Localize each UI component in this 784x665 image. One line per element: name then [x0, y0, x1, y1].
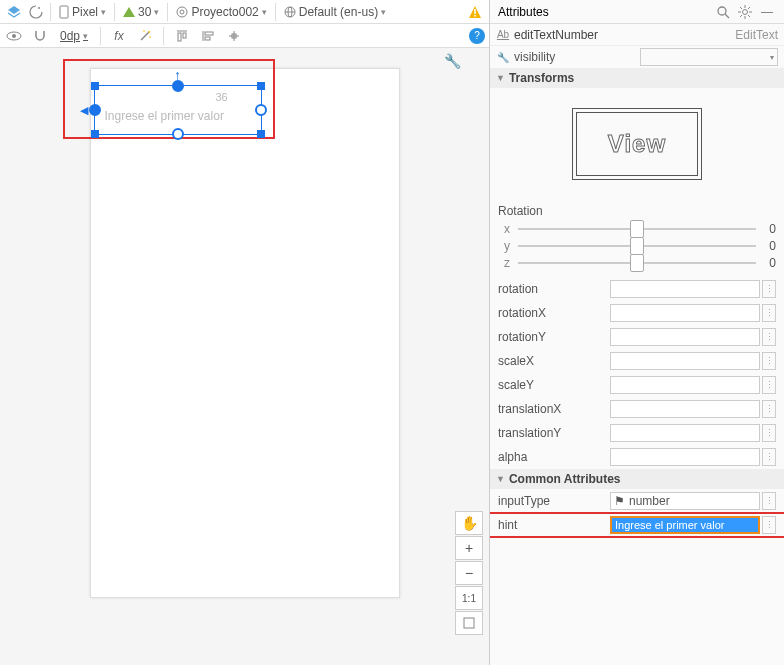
prop-extra-button[interactable]: ⋮ — [762, 304, 776, 322]
chevron-down-icon: ▾ — [101, 7, 106, 17]
axis-x-label: x — [498, 222, 510, 236]
design-canvas[interactable]: 🔧 ↑ ◀ 36 Ingrese el primer valor ✋ + − — [0, 48, 489, 665]
prop-translationx: translationX⋮ — [490, 397, 784, 421]
hint-input[interactable] — [610, 516, 760, 534]
guidelines-icon[interactable] — [224, 26, 244, 46]
chevron-down-icon: ▾ — [262, 7, 267, 17]
locale-label: Default (en-us) — [299, 5, 378, 19]
alpha-input[interactable] — [610, 448, 760, 466]
selected-id: editTextNumber — [514, 28, 735, 42]
svg-line-29 — [725, 14, 729, 18]
resize-handle[interactable] — [257, 82, 265, 90]
pan-button[interactable]: ✋ — [455, 511, 483, 535]
selected-element-row: Ab editTextNumber EditText — [490, 24, 784, 46]
zoom-toolbar: ✋ + − 1:1 — [455, 511, 483, 635]
layers-icon[interactable] — [4, 2, 24, 22]
minimize-icon[interactable]: — — [758, 3, 776, 21]
prop-inputtype: inputType ⚑ number ⋮ — [490, 489, 784, 513]
prop-extra-button[interactable]: ⋮ — [762, 492, 776, 510]
wrench-icon[interactable]: 🔧 — [444, 53, 461, 69]
resize-handle[interactable] — [91, 130, 99, 138]
svg-point-17 — [149, 36, 151, 38]
project-selector[interactable]: Proyecto002 ▾ — [172, 2, 270, 22]
zoom-fit-button[interactable] — [455, 611, 483, 635]
dp-selector[interactable]: 0dp ▾ — [56, 26, 92, 46]
svg-rect-27 — [464, 618, 474, 628]
svg-rect-10 — [474, 9, 476, 14]
resize-handle[interactable] — [91, 82, 99, 90]
constraint-handle[interactable] — [89, 104, 101, 116]
resize-handle[interactable] — [257, 130, 265, 138]
align-top-icon[interactable] — [172, 26, 192, 46]
svg-rect-19 — [178, 33, 181, 41]
prop-extra-button[interactable]: ⋮ — [762, 280, 776, 298]
zoom-out-button[interactable]: − — [455, 561, 483, 585]
transforms-header[interactable]: ▼ Transforms — [490, 68, 784, 88]
warning-icon[interactable] — [465, 2, 485, 22]
top-toolbar: Pixel ▾ 30 ▾ Proyecto002 ▾ Default (en-u… — [0, 0, 489, 24]
common-attributes-title: Common Attributes — [509, 472, 621, 486]
svg-rect-2 — [60, 6, 68, 18]
common-attributes-header[interactable]: ▼ Common Attributes — [490, 469, 784, 489]
prop-extra-button[interactable]: ⋮ — [762, 516, 776, 534]
prop-extra-button[interactable]: ⋮ — [762, 400, 776, 418]
view-preview-text: View — [608, 130, 666, 158]
project-label: Proyecto002 — [191, 5, 258, 19]
constraint-handle[interactable] — [172, 80, 184, 92]
svg-point-28 — [718, 7, 726, 15]
magnet-icon[interactable] — [30, 26, 50, 46]
prop-extra-button[interactable]: ⋮ — [762, 448, 776, 466]
rotation-x-slider[interactable]: x 0 — [498, 222, 776, 236]
rotation-z-slider[interactable]: z 0 — [498, 256, 776, 270]
axis-z-value: 0 — [764, 256, 776, 270]
prop-rotationy: rotationY⋮ — [490, 325, 784, 349]
rotation-input[interactable] — [610, 280, 760, 298]
eye-icon[interactable] — [4, 26, 24, 46]
svg-rect-11 — [474, 15, 476, 17]
rotationx-input[interactable] — [610, 304, 760, 322]
prop-extra-button[interactable]: ⋮ — [762, 352, 776, 370]
svg-point-16 — [143, 30, 145, 32]
svg-marker-3 — [123, 7, 135, 17]
translationx-input[interactable] — [610, 400, 760, 418]
chevron-down-icon: ▾ — [83, 31, 88, 41]
translationy-input[interactable] — [610, 424, 760, 442]
scaley-input[interactable] — [610, 376, 760, 394]
constraint-arrow-left: ◀ — [80, 104, 88, 117]
align-left-icon[interactable] — [198, 26, 218, 46]
device-selector[interactable]: Pixel ▾ — [55, 2, 110, 22]
gear-icon[interactable] — [736, 3, 754, 21]
view-preview-box: View — [572, 108, 702, 180]
constraint-handle[interactable] — [172, 128, 184, 140]
api-selector[interactable]: 30 ▾ — [119, 2, 163, 22]
zoom-in-button[interactable]: + — [455, 536, 483, 560]
prop-extra-button[interactable]: ⋮ — [762, 328, 776, 346]
rotationy-input[interactable] — [610, 328, 760, 346]
search-icon[interactable] — [714, 3, 732, 21]
flag-icon: ⚑ — [614, 494, 625, 508]
prop-scalex: scaleX⋮ — [490, 349, 784, 373]
dimension-label: 36 — [216, 91, 228, 103]
wand-icon[interactable] — [135, 26, 155, 46]
scalex-input[interactable] — [610, 352, 760, 370]
wrench-small-icon: 🔧 — [496, 52, 510, 63]
prop-extra-button[interactable]: ⋮ — [762, 424, 776, 442]
visibility-combo[interactable]: ▾ — [640, 48, 778, 66]
prop-extra-button[interactable]: ⋮ — [762, 376, 776, 394]
fx-icon[interactable]: fx — [109, 26, 129, 46]
svg-line-37 — [740, 15, 742, 17]
svg-point-13 — [12, 34, 16, 38]
rotation-y-slider[interactable]: y 0 — [498, 239, 776, 253]
palette-icon[interactable] — [26, 2, 46, 22]
svg-marker-0 — [8, 6, 20, 14]
zoom-1to1-button[interactable]: 1:1 — [455, 586, 483, 610]
prop-rotation: rotation⋮ — [490, 277, 784, 301]
locale-selector[interactable]: Default (en-us) ▾ — [280, 2, 390, 22]
constraint-handle[interactable] — [255, 104, 267, 116]
inputtype-combo[interactable]: ⚑ number — [610, 492, 760, 510]
help-icon[interactable]: ? — [469, 28, 485, 44]
svg-point-4 — [177, 7, 187, 17]
device-frame: ↑ ◀ 36 Ingrese el primer valor — [90, 68, 400, 598]
device-label: Pixel — [72, 5, 98, 19]
svg-line-35 — [740, 7, 742, 9]
